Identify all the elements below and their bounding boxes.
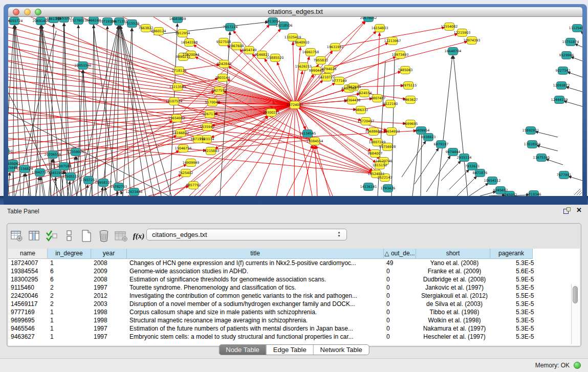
cell: Dudbridge et al. (2008) [416,275,490,283]
new-table-button[interactable] [80,229,93,243]
table-row[interactable]: 2242004622012Investigating the contribut… [8,292,580,300]
cell: Estimation of significance thresholds fo… [127,275,384,283]
graph-node-label: 9474444 [446,150,461,154]
table-row[interactable]: 911546021997Tourette syndrome. Phenomeno… [8,283,580,292]
graph-node-label: 2718126 [172,69,187,73]
column-header-year[interactable]: year [91,249,127,259]
graph-node-label: 8471876 [473,171,488,175]
cell: Stergiakouli et al. (2012) [416,292,490,300]
scrollbar-thumb[interactable] [573,286,578,303]
table-row[interactable]: 946554611997Estimation of the future num… [8,324,580,333]
tab-network-table[interactable]: Network Table [313,345,369,355]
cell: 0 [384,333,416,341]
show-columns-button[interactable] [28,229,41,243]
column-header-pagerank[interactable]: pagerank [490,249,533,259]
graph-node-label: 15892931 [522,128,539,133]
citation-edge-black [402,141,426,177]
window-titlebar[interactable]: citations_edges.txt [8,7,582,17]
citation-edge-red [287,145,313,196]
graph-node-label: 15134545 [299,132,316,136]
column-header-out_de...[interactable]: △ out_de... [384,249,416,259]
citation-edge-red [295,105,312,196]
table-row[interactable]: 1872400712008Changes of HCN gene express… [8,259,580,267]
graph-node-label: 12505115 [62,174,79,179]
citation-edge-red [302,146,314,196]
cell: 2008 [91,275,127,283]
citation-edge-black [121,191,123,196]
select-all-button[interactable] [45,229,58,243]
table-select-dropdown[interactable]: citations_edges.txt ▲▼ [146,229,347,240]
float-panel-icon[interactable] [563,207,571,214]
table-body: 1872400712008Changes of HCN gene express… [8,259,580,341]
minimize-window-button[interactable] [24,9,31,15]
cell: 2009 [91,267,127,275]
network-canvas[interactable]: 1872400729300215193845549990448679402816… [8,17,582,196]
graph-node-label: 2522143 [378,176,393,180]
status-bar: Memory: OK [0,358,588,372]
tab-node-table[interactable]: Node Table [219,345,266,355]
graph-node-label: 59756928 [379,145,396,149]
graph-node-label: 12975115 [400,83,417,87]
cell: 9463627 [8,333,48,341]
cell: Investigating the contribution of common… [127,292,384,300]
zoom-window-button[interactable] [35,9,41,15]
tab-edge-table[interactable]: Edge Table [266,345,313,355]
cell: 5.3E-5 [490,259,533,267]
citation-edge-black [568,72,582,78]
canvas-resize-grip[interactable] [574,189,582,195]
cell: 2 [48,292,91,300]
function-builder-button[interactable]: f(x) [132,229,145,243]
cell: 5.3E-5 [490,333,533,341]
graph-node-label: 19654982 [168,116,185,120]
citation-edge-black [412,134,420,196]
graph-node-label: 10654112 [484,179,501,183]
table-row[interactable]: 1456911722003Disruption of a novel membe… [8,300,580,308]
graph-node-label: 7625402 [179,171,193,175]
cell: 5.3E-5 [490,283,533,292]
graph-node-label: 14136141 [360,185,377,189]
graph-node-label: 8938923 [421,135,436,139]
close-window-button[interactable] [13,9,19,15]
citation-edge-red [315,141,372,172]
citation-edge-red [293,42,295,105]
cell: 0 [384,267,416,275]
graph-node-label: 10807487 [369,96,386,100]
table-row[interactable]: 946362711997Embryonic stem cells: a mode… [8,333,580,341]
column-header-title[interactable]: title [127,249,384,259]
delete-table-button[interactable] [97,229,111,243]
graph-node-label: 15626215 [295,64,312,69]
cell: de Silva et al. (2003) [416,300,490,308]
graph-node-label: 1793426 [381,186,396,190]
table-row[interactable]: 1830029562008Estimation of significance … [8,275,580,283]
graph-node-label: 15751874 [562,40,579,44]
graph-node-label: 9245052 [503,193,517,196]
graph-node-label: 8860124 [151,29,166,33]
column-header-short[interactable]: short [416,249,490,259]
graph-node-label: 5535061 [8,162,20,166]
table-row[interactable]: 977716911998Corpus callosum shape and si… [8,308,580,316]
cell: 18300295 [8,275,48,283]
delete-column-button-disabled[interactable] [115,229,128,243]
graph-node-label: 29053346 [75,63,92,68]
citation-edge-red [326,41,467,77]
close-panel-icon[interactable]: ✕ [576,206,582,214]
cell: Jankovic et al. (1997) [416,283,490,292]
table-row[interactable]: 1938455462009Genome-wide association stu… [8,267,580,275]
cell: Changes of HCN gene expression and I(f) … [127,259,384,267]
network-graph[interactable]: 1872400729300215193845549990448679402816… [8,17,582,196]
column-header-in_degree[interactable]: in_degree [48,249,91,259]
cell: 0 [384,316,416,324]
table-settings-button[interactable] [10,229,24,243]
table-row[interactable]: 969969511998Structural magnetic resonanc… [8,316,580,324]
table-vertical-scrollbar[interactable] [571,284,579,344]
graph-node-label: 11554082 [441,25,458,29]
column-chooser-button[interactable] [62,229,76,243]
column-header-name[interactable]: name [8,249,48,259]
network-window: citations_edges.txt 18724007293002151938… [4,4,587,205]
cell: 22420046 [8,292,48,300]
graph-node-label: 10973493 [392,53,409,57]
cell: 0 [384,275,416,283]
graph-node-label: 16154833 [372,26,388,30]
graph-node-label: 13325419 [285,35,301,39]
graph-node-label: 11125408 [569,26,582,30]
